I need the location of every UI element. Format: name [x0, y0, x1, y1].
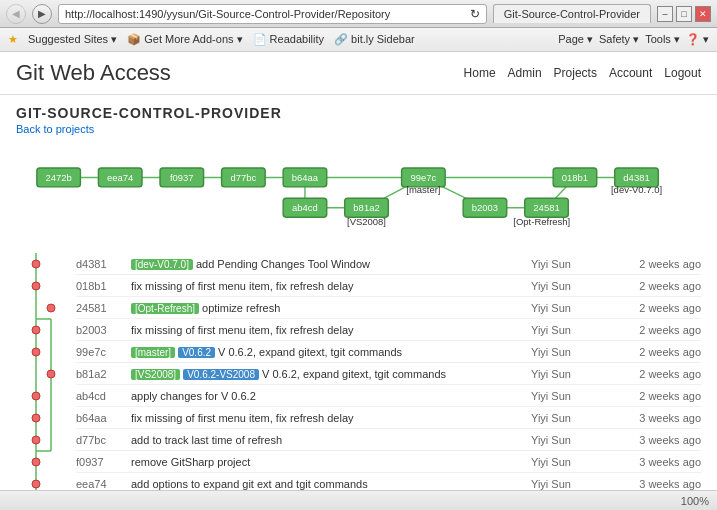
commit-message: [Opt-Refresh]optimize refresh	[131, 302, 531, 314]
table-row[interactable]: d4381[dev-V0.7.0]add Pending Changes Too…	[76, 253, 701, 275]
commit-author: Yiyi Sun	[531, 434, 611, 446]
commit-message: remove GitSharp project	[131, 456, 531, 468]
commit-message: fix missing of first menu item, fix refr…	[131, 324, 531, 336]
nav-admin[interactable]: Admin	[508, 66, 542, 80]
minimize-button[interactable]: –	[657, 6, 673, 22]
commit-time: 2 weeks ago	[611, 346, 701, 358]
commit-tag: [master]	[131, 347, 175, 358]
svg-point-46	[47, 304, 55, 312]
commit-hash: ab4cd	[76, 390, 131, 402]
app-title: Git Web Access	[16, 60, 171, 86]
table-row[interactable]: 24581[Opt-Refresh]optimize refreshYiyi S…	[76, 297, 701, 319]
back-button[interactable]: ◀	[6, 4, 26, 24]
svg-text:[Opt-Refresh]: [Opt-Refresh]	[513, 216, 570, 227]
commit-hash: b2003	[76, 324, 131, 336]
browser-menu-page[interactable]: Page ▾	[558, 33, 593, 46]
commit-message: add options to expand git ext and tgit c…	[131, 478, 531, 490]
browser-menu-help[interactable]: ❓ ▾	[686, 33, 709, 46]
commit-hash: b81a2	[76, 368, 131, 380]
table-row[interactable]: 99e7c[master]V0.6.2V 0.6.2, expand gitex…	[76, 341, 701, 363]
svg-text:ab4cd: ab4cd	[292, 202, 318, 213]
commit-author: Yiyi Sun	[531, 368, 611, 380]
browser-menu-tools[interactable]: Tools ▾	[645, 33, 680, 46]
bookmark-bitly[interactable]: 🔗 bit.ly Sidebar	[334, 33, 415, 46]
table-row[interactable]: 018b1fix missing of first menu item, fix…	[76, 275, 701, 297]
table-row[interactable]: ab4cdapply changes for V 0.6.2Yiyi Sun2 …	[76, 385, 701, 407]
commit-hash: f0937	[76, 456, 131, 468]
commit-time: 2 weeks ago	[611, 302, 701, 314]
commit-author: Yiyi Sun	[531, 258, 611, 270]
commit-author: Yiyi Sun	[531, 412, 611, 424]
commit-tag: [dev-V0.7.0]	[131, 259, 193, 270]
commit-tag: [VS2008]	[131, 369, 180, 380]
commit-hash: 018b1	[76, 280, 131, 292]
commit-hash: d77bc	[76, 434, 131, 446]
address-bar[interactable]: http://localhost:1490/yysun/Git-Source-C…	[58, 4, 487, 24]
app-header: Git Web Access Home Admin Projects Accou…	[0, 52, 717, 95]
commit-author: Yiyi Sun	[531, 390, 611, 402]
close-button[interactable]: ✕	[695, 6, 711, 22]
svg-text:[VS2008]: [VS2008]	[347, 216, 386, 227]
svg-text:24581: 24581	[533, 202, 559, 213]
svg-text:b2003: b2003	[472, 202, 498, 213]
refresh-icon[interactable]: ↻	[470, 7, 480, 21]
svg-point-50	[32, 392, 40, 400]
nav-home[interactable]: Home	[464, 66, 496, 80]
commit-graph: 2472b eea74 f0937 d77bc b64aa 99e7c [mas…	[16, 149, 701, 239]
repo-title: GIT-SOURCE-CONTROL-PROVIDER	[16, 105, 701, 121]
commit-author: Yiyi Sun	[531, 456, 611, 468]
svg-point-48	[32, 348, 40, 356]
commit-author: Yiyi Sun	[531, 478, 611, 490]
svg-text:018b1: 018b1	[562, 172, 588, 183]
bookmark-addons[interactable]: 📦 Get More Add-ons ▾	[127, 33, 242, 46]
bookmark-suggested-sites[interactable]: Suggested Sites ▾	[28, 33, 117, 46]
commit-hash: 24581	[76, 302, 131, 314]
app-nav: Home Admin Projects Account Logout	[464, 66, 701, 80]
svg-text:b81a2: b81a2	[353, 202, 379, 213]
browser-tab[interactable]: Git-Source-Control-Provider	[493, 4, 651, 23]
commit-message: fix missing of first menu item, fix refr…	[131, 280, 531, 292]
svg-text:[master]: [master]	[406, 184, 440, 195]
commit-tag: V0.6.2	[178, 347, 215, 358]
commit-hash: b64aa	[76, 412, 131, 424]
status-bar: 100%	[0, 490, 717, 510]
svg-point-47	[32, 326, 40, 334]
back-to-projects-link[interactable]: Back to projects	[16, 123, 701, 135]
bookmark-readability[interactable]: 📄 Readability	[253, 33, 324, 46]
table-row[interactable]: d77bcadd to track last time of refreshYi…	[76, 429, 701, 451]
forward-button[interactable]: ▶	[32, 4, 52, 24]
nav-account[interactable]: Account	[609, 66, 652, 80]
table-row[interactable]: b64aafix missing of first menu item, fix…	[76, 407, 701, 429]
commit-time: 3 weeks ago	[611, 478, 701, 490]
commit-hash: 99e7c	[76, 346, 131, 358]
nav-projects[interactable]: Projects	[554, 66, 597, 80]
svg-text:eea74: eea74	[107, 172, 133, 183]
maximize-button[interactable]: □	[676, 6, 692, 22]
commit-message: [dev-V0.7.0]add Pending Changes Tool Win…	[131, 258, 531, 270]
commit-time: 2 weeks ago	[611, 280, 701, 292]
browser-menu-safety[interactable]: Safety ▾	[599, 33, 639, 46]
commit-time: 2 weeks ago	[611, 258, 701, 270]
table-row[interactable]: f0937remove GitSharp projectYiyi Sun3 we…	[76, 451, 701, 473]
commit-lines-svg	[16, 253, 76, 510]
commit-time: 3 weeks ago	[611, 412, 701, 424]
svg-point-53	[32, 458, 40, 466]
commit-message: add to track last time of refresh	[131, 434, 531, 446]
commits-table: d4381[dev-V0.7.0]add Pending Changes Too…	[76, 253, 701, 510]
commit-tag: V0.6.2-VS2008	[183, 369, 259, 380]
table-row[interactable]: b81a2[VS2008]V0.6.2-VS2008V 0.6.2, expan…	[76, 363, 701, 385]
bookmarks-bar: ★ Suggested Sites ▾ 📦 Get More Add-ons ▾…	[0, 28, 717, 52]
svg-point-44	[32, 260, 40, 268]
svg-text:d4381: d4381	[623, 172, 649, 183]
nav-logout[interactable]: Logout	[664, 66, 701, 80]
graph-svg: 2472b eea74 f0937 d77bc b64aa 99e7c [mas…	[16, 149, 701, 239]
commits-section: d4381[dev-V0.7.0]add Pending Changes Too…	[16, 253, 701, 510]
commit-message: [master]V0.6.2V 0.6.2, expand gitext, tg…	[131, 346, 531, 358]
page-content: GIT-SOURCE-CONTROL-PROVIDER Back to proj…	[0, 95, 717, 510]
svg-point-51	[32, 414, 40, 422]
commit-time: 2 weeks ago	[611, 368, 701, 380]
svg-text:[dev-V0.7.0]: [dev-V0.7.0]	[611, 184, 662, 195]
table-row[interactable]: b2003fix missing of first menu item, fix…	[76, 319, 701, 341]
commit-time: 3 weeks ago	[611, 434, 701, 446]
commit-author: Yiyi Sun	[531, 324, 611, 336]
